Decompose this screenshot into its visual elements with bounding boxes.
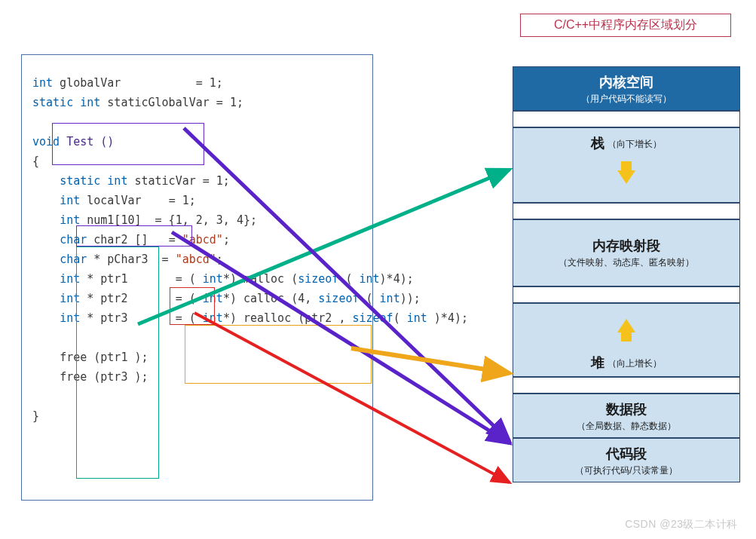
kw-static-int: static int [60, 174, 127, 188]
code-text: ; [216, 253, 223, 266]
code-text: { [32, 155, 39, 168]
arrow-up-icon [617, 319, 635, 332]
code-text: *) malloc ( [223, 272, 298, 286]
highlight-global-vars [52, 123, 204, 165]
mem-row-title: 堆 [591, 354, 604, 372]
code-text: = 1; [203, 174, 230, 188]
mem-row-sub: （用户代码不能读写） [516, 93, 736, 106]
mem-row-title: 代码段 [606, 445, 647, 463]
code-text: ; [223, 233, 230, 247]
mem-row-sub: （向下增长） [608, 139, 662, 149]
code-panel: int globalVar = 1; static int staticGlob… [21, 54, 373, 501]
mem-gap [513, 377, 740, 394]
arrow-down-icon [617, 170, 635, 184]
mem-stack: 栈 （向下增长） [513, 127, 740, 203]
code-text: } [32, 409, 39, 423]
mem-row-title: 内存映射段 [592, 237, 660, 255]
mem-gap [513, 111, 740, 127]
highlight-heap-calls [185, 325, 372, 384]
watermark: CSDN @23级二本计科 [625, 518, 738, 531]
mem-row-sub: （全局数据、静态数据） [516, 420, 736, 433]
arrow-malloc-to-heap [351, 348, 510, 373]
mem-row-title: 栈 [591, 134, 604, 152]
mem-row-sub: （可执行代码/只读常量） [516, 464, 736, 477]
highlight-static-var [76, 225, 192, 247]
kw-int: int [380, 292, 400, 305]
kw-sizeof: sizeof [352, 311, 393, 325]
code-text: = [162, 253, 176, 266]
code-text: *) realloc (ptr2 , [223, 311, 353, 325]
mem-row-sub: （文件映射、动态库、匿名映射） [516, 256, 736, 269]
mem-code-seg: 代码段 （可执行代码/只读常量） [513, 438, 740, 482]
code-text: globalVar [53, 76, 121, 90]
kw-static-int: static int [32, 96, 100, 109]
code-text: = 1; [196, 76, 223, 90]
code-text: *) calloc (4, [223, 292, 318, 305]
mem-mmap: 内存映射段 （文件映射、动态库、匿名映射） [513, 219, 740, 286]
mem-heap: 堆 （向上增长） [513, 303, 740, 377]
mem-data-seg: 数据段 （全局数据、静态数据） [513, 394, 740, 438]
kw-int: int [203, 272, 223, 286]
mem-kernel: 内核空间 （用户代码不能读写） [513, 66, 740, 111]
code-text: )*4); [427, 311, 468, 325]
code-text: )*4); [380, 272, 414, 286]
highlight-string-literals [170, 287, 215, 325]
code-text: ( [338, 272, 359, 286]
mem-gap [513, 286, 740, 303]
mem-row-sub: （向上增长） [608, 358, 662, 369]
code-text: = 1; [216, 96, 243, 109]
memory-layout: 内核空间 （用户代码不能读写） 栈 （向下增长） 内存映射段 （文件映射、动态库… [513, 66, 740, 482]
mem-row-title: 内核空间 [599, 73, 653, 91]
str-literal: "abcd" [176, 253, 216, 266]
kw-int: int [407, 311, 427, 325]
code-text: localVar [80, 194, 141, 207]
highlight-local-vars [76, 247, 159, 479]
diagram-title: C/C++中程序内存区域划分 [520, 14, 731, 37]
code-text: = ( [176, 272, 203, 286]
code-text: ( [360, 292, 380, 305]
kw-sizeof: sizeof [318, 292, 359, 305]
code-text: staticVar [127, 174, 202, 188]
code-text: )); [400, 292, 421, 305]
kw-int: int [60, 194, 80, 207]
kw-int: int [32, 76, 53, 90]
code-text: staticGlobalVar [100, 96, 216, 109]
code-text: = 1; [169, 194, 196, 207]
mem-row-title: 数据段 [606, 400, 647, 418]
kw-int: int [360, 272, 380, 286]
code-text: ( [393, 311, 407, 325]
mem-gap [513, 203, 740, 219]
kw-sizeof: sizeof [298, 272, 338, 286]
